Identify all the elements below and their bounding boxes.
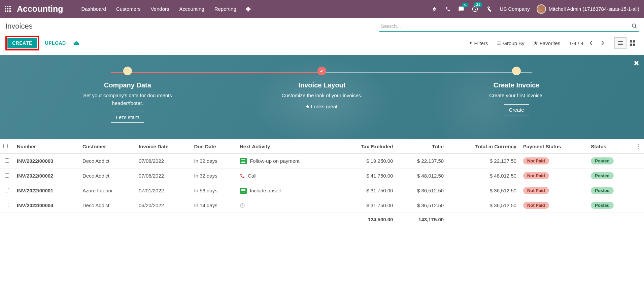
svg-rect-6 <box>5 10 6 12</box>
table-row[interactable]: INV/2022/00001Azure Interior07/01/2022In… <box>0 183 644 198</box>
cell-pay: Not Paid <box>520 183 587 198</box>
tools-icon[interactable] <box>484 5 493 13</box>
cell-customer: Deco Addict <box>79 198 135 213</box>
pager-next-icon[interactable] <box>599 39 606 47</box>
user-name: Mitchell Admin (17163784-saas-15-1-all) <box>549 6 639 12</box>
activity-lines-icon <box>240 158 247 164</box>
col-due-date[interactable]: Due Date <box>191 139 236 154</box>
table-row[interactable]: INV/2022/00002Deco Addict07/08/2022In 32… <box>0 168 644 183</box>
onboarding-step-0: Company DataSet your company's data for … <box>70 67 185 123</box>
svg-rect-15 <box>630 44 632 46</box>
step-title: Create Invoice <box>459 81 574 89</box>
activity-clock-icon <box>240 203 245 208</box>
cell-total: $ 36,512.50 <box>396 183 447 198</box>
messages-icon[interactable]: 5 <box>457 5 466 13</box>
svg-rect-4 <box>7 8 8 9</box>
favorites-menu[interactable]: Favorites <box>533 40 561 46</box>
cell-invoice-date: 07/01/2022 <box>135 183 191 198</box>
col-total-curr[interactable]: Total in Currency <box>447 139 520 154</box>
breadcrumb: Invoices <box>5 21 33 31</box>
cell-customer: Deco Addict <box>79 154 135 168</box>
filters-menu[interactable]: Filters <box>469 40 488 46</box>
step-button[interactable]: Create <box>504 104 529 115</box>
cell-number: INV/2022/00003 <box>13 154 79 168</box>
table-row[interactable]: INV/2022/00004Deco Addict06/20/2022In 14… <box>0 198 644 213</box>
col-tax-excl[interactable]: Tax Excluded <box>337 139 396 154</box>
step-button[interactable]: Let's start! <box>111 112 144 123</box>
onboarding-step-2: Create InvoiceCreate your first invoice.… <box>459 67 574 115</box>
menu-customers[interactable]: Customers <box>111 3 145 14</box>
upload-button[interactable]: UPLOAD <box>42 38 69 48</box>
row-checkbox[interactable] <box>5 158 9 163</box>
svg-point-12 <box>632 24 636 27</box>
svg-rect-8 <box>9 10 11 12</box>
cell-status: Posted <box>587 154 632 168</box>
user-menu[interactable]: Mitchell Admin (17163784-saas-15-1-all) <box>537 4 639 14</box>
col-number[interactable]: Number <box>13 139 79 154</box>
row-checkbox[interactable] <box>5 173 9 178</box>
view-kanban-icon[interactable] <box>626 37 639 49</box>
step-desc: Create your first invoice. <box>469 92 564 100</box>
col-invoice-date[interactable]: Invoice Date <box>135 139 191 154</box>
debug-icon[interactable] <box>431 5 439 13</box>
cell-total-curr: $ 36,512.50 <box>447 198 520 213</box>
menu-reporting[interactable]: Reporting <box>210 3 241 14</box>
cell-customer: Azure Interior <box>79 183 135 198</box>
table-row[interactable]: INV/2022/00003Deco Addict07/08/2022In 32… <box>0 154 644 168</box>
groupby-menu[interactable]: Group By <box>497 40 524 46</box>
step-extra: ★ Looks great! <box>265 104 379 110</box>
row-checkbox[interactable] <box>5 203 9 207</box>
svg-rect-5 <box>9 8 11 9</box>
cell-tax-excl: $ 31,750.00 <box>337 198 396 213</box>
step-dot <box>512 67 521 75</box>
sum-tax-excl: 124,500.00 <box>337 213 396 226</box>
activity-phone-icon <box>240 173 245 179</box>
activities-icon[interactable]: 31 <box>470 4 480 14</box>
apps-icon[interactable] <box>5 6 11 12</box>
col-options-icon[interactable]: ⋮ <box>632 139 644 154</box>
svg-rect-14 <box>633 40 635 42</box>
menu-accounting[interactable]: Accounting <box>174 3 209 14</box>
col-status[interactable]: Status <box>587 139 632 154</box>
step-desc: Set your company's data for documents he… <box>80 92 175 107</box>
search-icon[interactable] <box>632 23 637 29</box>
phone-icon[interactable] <box>444 5 452 13</box>
menu-dashboard[interactable]: Dashboard <box>77 3 111 14</box>
col-next-activity[interactable]: Next Activity <box>236 139 337 154</box>
menu-vendors[interactable]: Vendors <box>146 3 174 14</box>
cell-due-date: In 56 days <box>191 183 236 198</box>
cell-activity[interactable]: Call <box>236 168 337 183</box>
messages-badge: 5 <box>462 3 468 7</box>
cell-total-curr: $ 36,512.50 <box>447 183 520 198</box>
view-list-icon[interactable] <box>614 37 626 49</box>
row-checkbox[interactable] <box>5 188 9 192</box>
cell-due-date: In 32 days <box>191 168 236 183</box>
cell-total-curr: $ 48,012.50 <box>447 168 520 183</box>
company-switch[interactable]: US Company <box>500 6 530 12</box>
svg-rect-0 <box>5 6 6 7</box>
select-all-checkbox[interactable] <box>3 144 8 148</box>
pager-prev-icon[interactable] <box>588 39 595 47</box>
cell-number: INV/2022/00004 <box>13 198 79 213</box>
col-pay[interactable]: Payment Status <box>520 139 587 154</box>
col-total[interactable]: Total <box>396 139 447 154</box>
onboarding-banner: ✖ Company DataSet your company's data fo… <box>0 55 644 139</box>
svg-rect-7 <box>7 10 8 12</box>
cell-tax-excl: $ 19,250.00 <box>337 154 396 168</box>
cell-status: Posted <box>587 198 632 213</box>
avatar <box>537 4 546 14</box>
menu-add-icon[interactable] <box>241 4 255 14</box>
pager-range[interactable]: 1-4 / 4 <box>569 40 583 46</box>
col-customer[interactable]: Customer <box>79 139 135 154</box>
search-input[interactable] <box>379 21 639 32</box>
cell-activity[interactable]: Follow-up on payment <box>236 154 337 168</box>
upload-cloud-icon[interactable] <box>73 40 79 46</box>
cell-status: Posted <box>587 183 632 198</box>
svg-rect-3 <box>5 8 6 9</box>
brand[interactable]: Accounting <box>17 4 63 14</box>
cell-number: INV/2022/00001 <box>13 183 79 198</box>
create-button[interactable]: CREATE <box>7 38 37 48</box>
cell-activity[interactable]: Include upsell <box>236 183 337 198</box>
cell-due-date: In 32 days <box>191 154 236 168</box>
cell-activity[interactable] <box>236 198 337 213</box>
